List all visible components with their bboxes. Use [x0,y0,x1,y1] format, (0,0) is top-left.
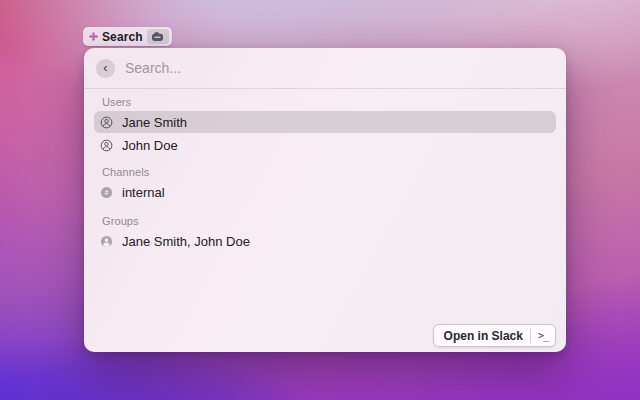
svg-text:#: # [105,188,109,195]
menubar-search-label: Search [102,30,143,44]
open-in-slack-button[interactable]: Open in Slack >_ [433,324,556,347]
list-item-channel[interactable]: # internal [94,181,556,203]
search-bar: ‹ [84,48,566,89]
section-label-channels: Channels [102,166,556,178]
person-circle-icon [100,116,113,129]
enter-shortcut-icon: >_ [538,330,548,341]
list-item-user[interactable]: Jane Smith [94,111,556,133]
flower-icon [89,32,98,41]
chevron-left-icon: ‹ [103,61,107,74]
list-item-label: John Doe [122,138,178,153]
button-divider [530,328,531,343]
menubar-badge[interactable] [147,29,169,44]
menubar-search-pill[interactable]: Search [83,27,172,46]
list-item-user[interactable]: John Doe [94,134,556,156]
people-circle-icon [100,235,113,248]
hash-circle-icon: # [100,186,113,199]
list-item-label: internal [122,185,165,200]
list-item-label: Jane Smith [122,115,187,130]
results-list: Users Jane Smith John Doe Chann [84,96,566,252]
back-button[interactable]: ‹ [96,59,115,78]
camera-icon [151,31,164,42]
person-circle-icon [100,139,113,152]
list-item-group[interactable]: Jane Smith, John Doe [94,230,556,252]
open-in-slack-label: Open in Slack [444,329,523,343]
list-item-label: Jane Smith, John Doe [122,234,250,249]
search-panel: ‹ Users Jane Smith [84,48,566,352]
section-label-users: Users [102,96,556,108]
search-input[interactable] [123,59,554,77]
section-label-groups: Groups [102,215,556,227]
